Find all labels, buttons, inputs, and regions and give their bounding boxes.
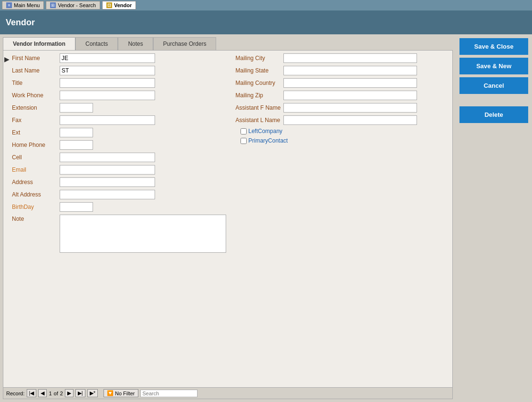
tab-purchase-orders[interactable]: Purchase Orders — [153, 37, 217, 50]
input-mailing-state[interactable] — [283, 66, 417, 75]
search-input[interactable] — [140, 390, 198, 397]
record-of-label: of — [54, 391, 58, 396]
sidebar: Save & Close Save & New Cancel Delete — [456, 34, 532, 402]
no-filter-button[interactable]: 🔽 No Filter — [104, 389, 138, 397]
save-new-button[interactable]: Save & New — [459, 58, 528, 74]
field-row-address: Address — [12, 177, 226, 187]
label-mailing-state: Mailing State — [236, 67, 283, 74]
no-filter-label: No Filter — [115, 391, 135, 396]
input-fax[interactable] — [60, 115, 155, 125]
field-row-mailing-zip: Mailing Zip — [236, 91, 450, 100]
form-panel: ▶ First Name Last Name — [3, 50, 453, 399]
tab-vendor-information[interactable]: Vendor Information — [3, 37, 75, 50]
label-mailing-city: Mailing City — [236, 55, 283, 62]
field-row-mailing-city: Mailing City — [236, 53, 450, 63]
label-mailing-zip: Mailing Zip — [236, 92, 283, 99]
input-alt-address[interactable] — [60, 190, 155, 199]
input-cell[interactable] — [60, 153, 155, 162]
input-title[interactable] — [60, 78, 155, 88]
label-left-company: LeftCompany — [249, 128, 282, 134]
checkbox-row-left-company: LeftCompany — [236, 128, 450, 134]
record-pointer: ▶ — [4, 55, 10, 63]
input-extension[interactable] — [60, 103, 93, 113]
label-alt-address: Alt Address — [12, 191, 60, 198]
titlebar-tab-main-menu[interactable]: ≡ Main Menu — [2, 1, 44, 10]
label-assistant-l-name: Assistant L Name — [236, 117, 283, 124]
input-assistant-f-name[interactable] — [283, 103, 417, 113]
nav-new-button[interactable]: ▶* — [87, 389, 98, 397]
label-email: Email — [12, 166, 60, 173]
col-right: Mailing City Mailing State Mailing Count… — [236, 53, 450, 256]
label-title: Title — [12, 80, 60, 86]
titlebar-tab-vendor-search[interactable]: ⊞ Vendor - Search — [46, 1, 100, 10]
field-row-mailing-state: Mailing State — [236, 66, 450, 75]
input-mailing-country[interactable] — [283, 78, 417, 88]
label-home-phone: Home Phone — [12, 142, 60, 148]
field-row-cell: Cell — [12, 153, 226, 162]
label-last-name: Last Name — [12, 67, 60, 74]
checkbox-row-primary-contact: PrimaryContact — [236, 137, 450, 144]
label-work-phone: Work Phone — [12, 92, 60, 99]
field-row-title: Title — [12, 78, 226, 88]
field-row-extension: Extension — [12, 103, 226, 113]
nav-next-button[interactable]: ▶ — [65, 389, 73, 397]
record-label: Record: — [6, 391, 25, 396]
main-layout: Vendor Information Contacts Notes Purcha… — [0, 34, 532, 402]
label-note: Note — [12, 215, 60, 222]
input-birthday[interactable] — [60, 202, 93, 212]
delete-button[interactable]: Delete — [459, 106, 528, 123]
field-row-home-phone: Home Phone — [12, 140, 226, 150]
vendor-search-icon: ⊞ — [50, 2, 56, 8]
field-row-fax: Fax — [12, 115, 226, 125]
input-address[interactable] — [60, 177, 155, 187]
label-first-name: First Name — [12, 55, 60, 62]
main-menu-icon: ≡ — [6, 2, 12, 8]
cancel-button[interactable]: Cancel — [459, 77, 528, 94]
form-fields-wrapper: First Name Last Name Title — [3, 51, 452, 387]
input-email[interactable] — [60, 165, 155, 175]
nav-last-button[interactable]: ▶| — [75, 389, 85, 397]
input-mailing-zip[interactable] — [283, 91, 417, 100]
label-mailing-country: Mailing Country — [236, 80, 283, 86]
record-nav: Record: |◀ ◀ 1 of 2 ▶ ▶| ▶* 🔽 No Filter — [3, 387, 452, 399]
input-first-name[interactable] — [60, 53, 155, 63]
filter-icon: 🔽 — [107, 390, 114, 396]
label-ext: Ext — [12, 129, 60, 136]
record-total: 2 — [60, 391, 63, 396]
field-row-last-name: Last Name — [12, 66, 226, 75]
field-row-mailing-country: Mailing Country — [236, 78, 450, 88]
two-col-fields: First Name Last Name Title — [12, 53, 449, 256]
form-inner: ▶ First Name Last Name — [3, 51, 452, 387]
field-row-note: Note — [12, 215, 226, 253]
tab-contacts[interactable]: Contacts — [75, 37, 118, 50]
field-row-first-name: First Name — [12, 53, 226, 63]
checkbox-left-company[interactable] — [240, 128, 247, 134]
input-last-name[interactable] — [60, 66, 155, 75]
field-row-birthday: BirthDay — [12, 202, 226, 212]
label-cell: Cell — [12, 154, 60, 161]
field-row-work-phone: Work Phone — [12, 91, 226, 100]
field-row-assistant-f-name: Assistant F Name — [236, 103, 450, 113]
col-left: First Name Last Name Title — [12, 53, 226, 256]
content-area: Vendor Information Contacts Notes Purcha… — [0, 34, 456, 402]
label-fax: Fax — [12, 117, 60, 124]
input-assistant-l-name[interactable] — [283, 115, 417, 125]
label-assistant-f-name: Assistant F Name — [236, 104, 283, 111]
app-title: Vendor — [0, 10, 532, 34]
input-note[interactable] — [60, 215, 226, 253]
titlebar-tab-vendor[interactable]: ⊡ Vendor — [102, 1, 136, 10]
field-row-ext: Ext — [12, 128, 226, 137]
vendor-icon: ⊡ — [106, 2, 112, 8]
input-work-phone[interactable] — [60, 91, 155, 100]
save-close-button[interactable]: Save & Close — [459, 38, 528, 55]
nav-first-button[interactable]: |◀ — [27, 389, 37, 397]
tab-notes[interactable]: Notes — [118, 37, 153, 50]
label-extension: Extension — [12, 104, 60, 111]
checkbox-primary-contact[interactable] — [240, 138, 247, 144]
input-home-phone[interactable] — [60, 140, 93, 150]
nav-prev-button[interactable]: ◀ — [38, 389, 47, 397]
tab-bar: Vendor Information Contacts Notes Purcha… — [3, 37, 453, 50]
input-ext[interactable] — [60, 128, 93, 137]
input-mailing-city[interactable] — [283, 53, 417, 63]
label-primary-contact: PrimaryContact — [249, 137, 288, 144]
